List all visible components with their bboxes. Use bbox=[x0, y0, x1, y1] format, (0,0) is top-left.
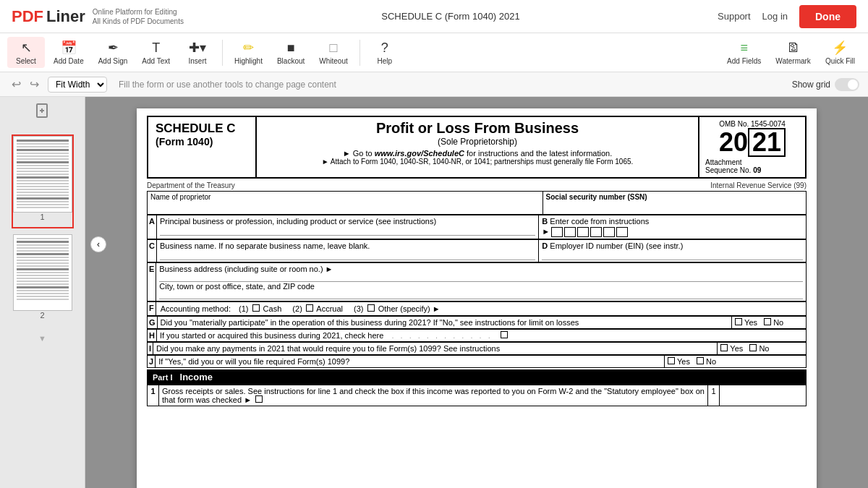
irs-url-row: ► Go to www.irs.gov/ScheduleC for instru… bbox=[263, 149, 692, 158]
help-tool[interactable]: ? Help bbox=[366, 38, 404, 68]
add-date-tool[interactable]: 📅 Add Date bbox=[48, 37, 90, 68]
e-field2[interactable] bbox=[159, 291, 803, 299]
sequence-label: Sequence No. bbox=[705, 166, 751, 174]
c-label-cell: C bbox=[148, 240, 157, 262]
blackout-tool[interactable]: ■ Blackout bbox=[271, 38, 310, 68]
b-box-1[interactable] bbox=[551, 227, 563, 237]
f-label-cell: F bbox=[148, 302, 156, 316]
top-bar: PDFLiner Online Platform for Editing All… bbox=[0, 0, 868, 33]
j-yes-label: Yes bbox=[677, 357, 690, 366]
hint-text: Fill the form or use another tools to ch… bbox=[119, 80, 336, 90]
login-link[interactable]: Log in bbox=[762, 11, 788, 22]
ab-row: A Principal business or profession, incl… bbox=[148, 215, 807, 239]
e-text2: City, town or post office, state, and ZI… bbox=[159, 282, 803, 291]
dept-name: Department of the Treasury bbox=[147, 181, 710, 189]
i-yes-checkbox[interactable] bbox=[720, 344, 728, 351]
line1-table: 1 Gross receipts or sales. See instructi… bbox=[147, 385, 807, 406]
h-checkbox[interactable] bbox=[501, 331, 508, 338]
schedule-c-title: SCHEDULE C bbox=[156, 121, 248, 136]
h-text: If you started or acquired this business… bbox=[160, 331, 383, 340]
d-cell: D Employer ID number (EIN) (see instr.) bbox=[539, 240, 807, 262]
g-no-checkbox[interactable] bbox=[764, 318, 771, 325]
e-text-cell: Business address (including suite or roo… bbox=[156, 263, 807, 301]
insert-tool[interactable]: ✚▾ Insert bbox=[179, 37, 216, 68]
irs-name: Internal Revenue Service (99) bbox=[710, 181, 807, 189]
page-thumb-1[interactable]: 1 bbox=[12, 134, 74, 228]
b-code-boxes: ► bbox=[542, 227, 803, 237]
g-yn-cell: Yes No bbox=[732, 317, 807, 329]
select-tool[interactable]: ↖ Select bbox=[7, 37, 45, 68]
add-text-tool[interactable]: T Add Text bbox=[136, 38, 176, 68]
f-other-label: Other (specify) ► bbox=[378, 304, 441, 313]
b-box-5[interactable] bbox=[603, 227, 615, 237]
g-yes-label: Yes bbox=[744, 318, 757, 327]
f-1: (1) bbox=[239, 304, 248, 313]
b-box-2[interactable] bbox=[564, 227, 576, 237]
e-field1[interactable] bbox=[159, 273, 803, 282]
redo-button[interactable]: ↪ bbox=[27, 76, 42, 93]
main-area: 1 bbox=[0, 97, 868, 488]
done-button[interactable]: Done bbox=[799, 5, 856, 28]
a-text-cell: Principal business or profession, includ… bbox=[156, 215, 538, 239]
sidebar: 1 bbox=[0, 97, 85, 488]
b-box-6[interactable] bbox=[616, 227, 628, 237]
g-row: G Did you "materially participate" in th… bbox=[148, 317, 807, 329]
undo-button[interactable]: ↩ bbox=[9, 76, 24, 93]
h-label-cell: H bbox=[148, 330, 157, 342]
g-yes-checkbox[interactable] bbox=[735, 318, 742, 325]
c-field[interactable] bbox=[160, 250, 535, 260]
sequence-no: 09 bbox=[753, 166, 761, 174]
i-no-label: No bbox=[759, 344, 769, 353]
page-thumb-2[interactable]: 2 bbox=[12, 233, 74, 327]
whiteout-icon: □ bbox=[330, 40, 338, 56]
b-box-3[interactable] bbox=[577, 227, 589, 237]
add-fields-tool[interactable]: ≡ Add Fields bbox=[721, 38, 767, 68]
cd-row: C Business name. If no separate business… bbox=[148, 240, 807, 262]
i-no-checkbox[interactable] bbox=[749, 344, 757, 351]
i-yes-label: Yes bbox=[730, 344, 743, 353]
show-grid-toggle[interactable] bbox=[835, 78, 859, 91]
g-label-cell: G bbox=[148, 317, 158, 329]
thumb-img-1 bbox=[13, 136, 72, 213]
calendar-icon: 📅 bbox=[61, 40, 77, 56]
j-no-checkbox[interactable] bbox=[697, 357, 704, 364]
add-sign-tool[interactable]: ✒ Add Sign bbox=[93, 37, 134, 68]
name-field[interactable] bbox=[150, 201, 540, 213]
pdf-viewer[interactable]: ‹ SCHEDULE C (Form 1040) Profit or Loss … bbox=[85, 97, 868, 488]
whiteout-tool[interactable]: □ Whiteout bbox=[313, 38, 353, 68]
b-arrow: ► bbox=[542, 227, 550, 237]
zoom-select[interactable]: Fit Width bbox=[48, 77, 107, 93]
g-no-label: No bbox=[773, 318, 783, 327]
j-yes-checkbox[interactable] bbox=[668, 357, 675, 364]
form-subtitle: (Sole Proprietorship) bbox=[263, 137, 692, 147]
text-icon: T bbox=[152, 40, 160, 56]
form-main-title: Profit or Loss From Business bbox=[263, 120, 692, 137]
line1-num2: 1 bbox=[708, 385, 720, 406]
a-field[interactable] bbox=[160, 226, 535, 236]
f-cash-checkbox[interactable] bbox=[252, 304, 260, 312]
watermark-tool[interactable]: 🖻 Watermark bbox=[770, 38, 817, 68]
toolbar-separator-1 bbox=[222, 40, 223, 66]
ssn-field[interactable] bbox=[546, 201, 803, 213]
line1-field[interactable] bbox=[720, 385, 807, 406]
attach-row: ► Attach to Form 1040, 1040-SR, 1040-NR,… bbox=[263, 158, 692, 166]
f-other-checkbox[interactable] bbox=[367, 304, 375, 312]
b-box-4[interactable] bbox=[590, 227, 602, 237]
add-page-icon[interactable] bbox=[34, 103, 51, 124]
attachment-label: Attachment bbox=[705, 158, 742, 166]
highlight-tool[interactable]: ✏ Highlight bbox=[229, 37, 268, 68]
f-accrual-checkbox[interactable] bbox=[306, 304, 313, 312]
i-yn-cell: Yes No bbox=[718, 343, 807, 355]
pdf-page: SCHEDULE C (Form 1040) Profit or Loss Fr… bbox=[137, 108, 817, 488]
line1-checkbox[interactable] bbox=[255, 395, 263, 403]
help-icon: ? bbox=[381, 40, 388, 56]
add-date-label: Add Date bbox=[54, 57, 84, 65]
prev-page-button[interactable]: ‹ bbox=[90, 236, 106, 252]
blackout-icon: ■ bbox=[287, 40, 295, 56]
insert-icon: ✚▾ bbox=[189, 40, 206, 56]
support-link[interactable]: Support bbox=[718, 11, 751, 22]
d-field[interactable] bbox=[542, 250, 803, 260]
h-text-cell: If you started or acquired this business… bbox=[156, 330, 806, 342]
form-right: OMB No. 1545-0074 2021 Attachment Sequen… bbox=[698, 117, 805, 177]
quick-fill-tool[interactable]: ⚡ Quick Fill bbox=[820, 37, 861, 68]
